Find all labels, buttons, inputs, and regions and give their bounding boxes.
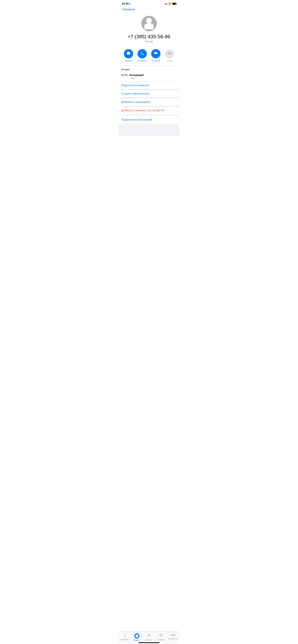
call-button[interactable]: позвонить	[137, 49, 147, 62]
call-time: 10:30	[121, 74, 128, 76]
avatar-body	[144, 23, 154, 29]
share-location-item[interactable]: Поделиться геопозицией	[119, 116, 179, 124]
back-chevron-icon: ‹	[121, 8, 122, 11]
location-arrow-icon: ▸	[129, 3, 130, 5]
create-contact-label: Создать новый контакт	[121, 92, 150, 95]
phone-number: +7 (385) 435-56-96	[128, 34, 171, 40]
section-gap	[119, 114, 179, 116]
add-existing-label: Добавить в имеющийся	[121, 100, 151, 104]
svg-rect-0	[154, 52, 157, 54]
whatsapp-button[interactable]: WhatsApp	[151, 49, 161, 62]
add-existing-item[interactable]: Добавить в имеющийся	[119, 98, 179, 106]
contact-header: +7 (385) 435-56-96 Россия	[119, 13, 179, 49]
message-icon	[126, 51, 130, 56]
battery-icon	[172, 3, 176, 5]
call-type: Исходящий	[129, 74, 143, 76]
location-section: Поделиться геопозицией	[119, 116, 179, 124]
share-contact-label: Поделиться контактом	[121, 84, 149, 87]
status-bar: 10:34 ▸ 📶	[119, 0, 179, 6]
wifi-icon: 📶	[168, 2, 171, 5]
call-duration: 1 мин	[121, 77, 177, 79]
avatar-head	[146, 18, 152, 24]
call-btn-circle	[137, 49, 147, 58]
message-label: написать	[125, 60, 132, 62]
message-btn-circle	[124, 49, 133, 58]
share-location-label: Поделиться геопозицией	[121, 118, 152, 121]
status-icons: 📶	[165, 2, 176, 5]
email-btn-circle	[165, 49, 174, 58]
whatsapp-label: WhatsApp	[152, 60, 160, 62]
message-button[interactable]: написать	[124, 49, 133, 62]
call-item: 10:30 Исходящий 1 мин	[121, 72, 177, 81]
whatsapp-icon	[154, 51, 158, 56]
menu-section: Поделиться контактом Создать новый конта…	[119, 81, 179, 114]
navigation-bar: ‹ Недавние	[119, 6, 179, 13]
email-icon	[168, 52, 172, 56]
emergency-label: Добавить в контакты на случай ЧП	[121, 109, 164, 112]
whatsapp-btn-circle	[151, 49, 161, 58]
country-label: Россия	[145, 40, 153, 43]
calls-date: Сегодня	[121, 68, 177, 71]
call-label: позвонить	[138, 60, 147, 62]
status-time: 10:34 ▸	[122, 2, 130, 5]
back-label: Недавние	[123, 8, 135, 11]
emergency-item[interactable]: Добавить в контакты на случай ЧП	[119, 106, 179, 114]
share-contact-item[interactable]: Поделиться контактом	[119, 81, 179, 90]
svg-rect-1	[168, 52, 171, 54]
action-buttons: написать позвонить	[119, 49, 179, 66]
email-label: e-mail	[167, 60, 172, 62]
section-gap-2	[119, 124, 179, 136]
call-row: 10:30 Исходящий	[121, 74, 177, 76]
create-contact-item[interactable]: Создать новый контакт	[119, 90, 179, 98]
avatar	[141, 16, 157, 31]
signal-icon	[165, 3, 168, 5]
avatar-person	[144, 18, 154, 29]
back-button[interactable]: ‹ Недавние	[121, 8, 135, 11]
email-button[interactable]: e-mail	[165, 49, 174, 62]
calls-section: Сегодня 10:30 Исходящий 1 мин	[119, 66, 179, 81]
call-icon	[140, 51, 144, 56]
